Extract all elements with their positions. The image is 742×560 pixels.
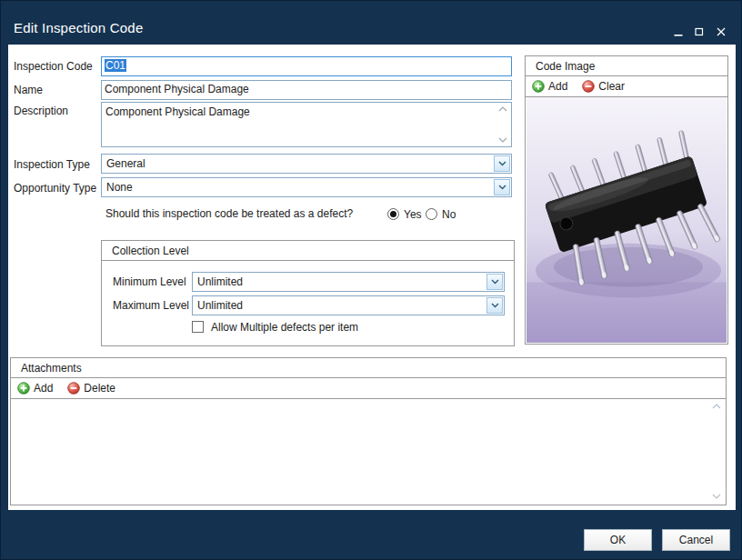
scroll-down-icon[interactable] xyxy=(711,493,722,500)
code-image-preview xyxy=(526,97,727,343)
description-label: Description xyxy=(14,105,68,117)
collection-level-header: Collection Level xyxy=(102,241,514,261)
attachments-delete-button[interactable]: Delete xyxy=(67,382,115,395)
attachments-title: Attachments xyxy=(21,362,82,375)
inspection-code-value: C01 xyxy=(105,59,126,72)
code-image-add-button[interactable]: Add xyxy=(532,80,567,93)
chevron-down-icon[interactable] xyxy=(486,297,503,314)
minimum-level-value: Unlimited xyxy=(197,275,243,288)
attachments-delete-label: Delete xyxy=(84,382,115,395)
inspection-code-label: Inspection Code xyxy=(14,60,93,73)
ok-button[interactable]: OK xyxy=(584,529,652,551)
defect-no-radio[interactable] xyxy=(426,208,437,220)
remove-circle-icon xyxy=(582,80,595,93)
close-icon xyxy=(717,27,726,36)
ic-chip-photo xyxy=(526,97,727,343)
attachments-toolbar: Add Delete xyxy=(11,378,726,399)
opportunity-type-select[interactable]: None xyxy=(101,177,512,197)
attachments-list[interactable] xyxy=(12,399,725,504)
chevron-down-icon[interactable] xyxy=(494,179,510,195)
defect-yes-label[interactable]: Yes xyxy=(404,208,422,221)
description-value: Component Physical Damage xyxy=(105,105,250,118)
maximum-level-select[interactable]: Unlimited xyxy=(192,295,505,315)
maximum-level-label: Maximum Level xyxy=(113,299,189,312)
name-value: Component Physical Damage xyxy=(105,83,249,95)
code-image-add-label: Add xyxy=(548,80,567,93)
minimize-button[interactable] xyxy=(670,25,687,39)
close-button[interactable] xyxy=(713,25,729,39)
code-image-header: Code Image xyxy=(526,56,727,76)
add-circle-icon xyxy=(17,382,30,395)
dialog-body: Inspection Code C01 Name Component Physi… xyxy=(8,45,736,510)
description-input[interactable]: Component Physical Damage xyxy=(101,102,512,147)
attachments-header: Attachments xyxy=(11,358,726,378)
chevron-down-icon[interactable] xyxy=(494,155,510,172)
remove-circle-icon xyxy=(67,382,80,395)
code-image-title: Code Image xyxy=(536,60,595,73)
minimize-icon xyxy=(674,27,683,37)
minimum-level-label: Minimum Level xyxy=(113,275,186,288)
defect-no-label[interactable]: No xyxy=(442,208,456,221)
collection-level-group: Collection Level Minimum Level Unlimited… xyxy=(101,240,515,346)
scroll-up-icon[interactable] xyxy=(711,403,722,410)
edit-inspection-code-dialog: Edit Inspection Code Inspection Code C01… xyxy=(0,0,742,560)
inspection-type-select[interactable]: General xyxy=(101,154,512,174)
collection-level-title: Collection Level xyxy=(112,245,189,257)
inspection-code-input[interactable]: C01 xyxy=(101,56,512,76)
attachments-add-label: Add xyxy=(34,382,53,395)
allow-multiple-defects-checkbox[interactable] xyxy=(192,321,204,333)
allow-multiple-defects-label[interactable]: Allow Multiple defects per item xyxy=(211,321,358,334)
window-title: Edit Inspection Code xyxy=(14,20,143,35)
maximize-icon xyxy=(695,27,704,36)
opportunity-type-label: Opportunity Type xyxy=(14,182,96,195)
add-circle-icon xyxy=(532,80,545,93)
attachments-group: Attachments Add xyxy=(10,357,727,505)
minimum-level-select[interactable]: Unlimited xyxy=(192,272,505,292)
inspection-type-value: General xyxy=(106,157,145,170)
titlebar[interactable]: Edit Inspection Code xyxy=(1,1,741,45)
code-image-toolbar: Add Clear xyxy=(526,76,727,97)
scroll-down-icon[interactable] xyxy=(497,136,508,144)
scroll-up-icon[interactable] xyxy=(497,105,508,113)
defect-question-text: Should this inspection code be treated a… xyxy=(105,207,353,220)
maximize-button[interactable] xyxy=(691,25,707,39)
cancel-button[interactable]: Cancel xyxy=(662,529,730,551)
attachments-add-button[interactable]: Add xyxy=(17,382,53,395)
opportunity-type-value: None xyxy=(106,181,133,194)
chevron-down-icon[interactable] xyxy=(486,274,503,290)
maximum-level-value: Unlimited xyxy=(197,299,243,312)
defect-yes-radio[interactable] xyxy=(387,208,399,220)
name-input[interactable]: Component Physical Damage xyxy=(101,80,512,100)
name-label: Name xyxy=(14,84,43,96)
code-image-group: Code Image Add xyxy=(525,55,728,345)
code-image-clear-button[interactable]: Clear xyxy=(582,80,625,93)
inspection-type-label: Inspection Type xyxy=(14,158,90,171)
code-image-clear-label: Clear xyxy=(598,80,625,93)
